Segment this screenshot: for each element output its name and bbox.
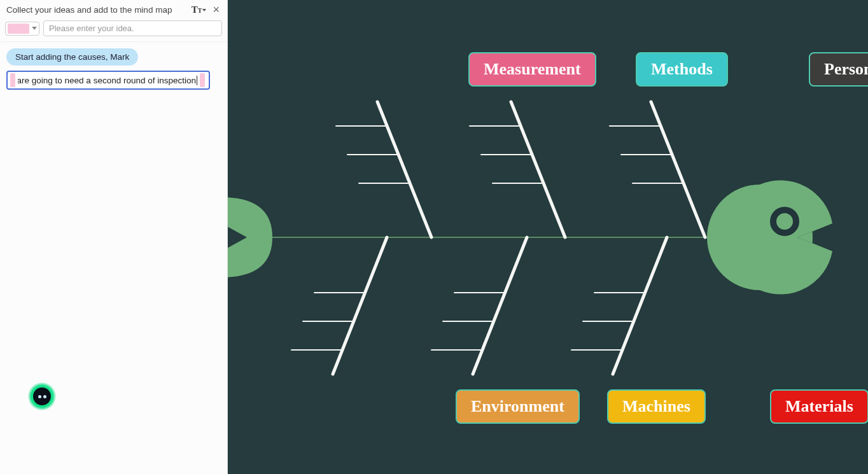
category-measurement[interactable]: Measurement xyxy=(468,52,596,87)
bone-personnel xyxy=(610,102,705,237)
idea-item[interactable]: Start adding the causes, Mark xyxy=(6,48,138,66)
diagram-canvas[interactable]: Measurement Methods Personnel Environmen… xyxy=(228,0,868,474)
svg-line-2 xyxy=(377,102,431,237)
text-style-icon[interactable]: TT xyxy=(192,4,207,15)
idea-input-row xyxy=(0,18,227,42)
category-personnel[interactable]: Personnel xyxy=(809,52,868,87)
idea-input[interactable] xyxy=(43,20,222,36)
sidebar-header: Collect your ideas and add to the mind m… xyxy=(0,0,227,18)
chevron-down-icon xyxy=(32,27,37,30)
sidebar: Collect your ideas and add to the mind m… xyxy=(0,0,228,474)
bone-measurement xyxy=(336,102,431,237)
svg-line-10 xyxy=(651,102,705,237)
fish-tail-icon xyxy=(228,197,272,277)
color-picker[interactable] xyxy=(5,22,39,36)
idea-item-editing[interactable]: nes are going to need a second round of … xyxy=(6,71,210,90)
svg-line-6 xyxy=(511,102,565,237)
assistant-bot-button[interactable] xyxy=(28,382,56,410)
color-swatch-icon xyxy=(8,24,29,34)
color-swatch-icon xyxy=(10,73,15,87)
close-icon[interactable]: × xyxy=(211,4,221,15)
bone-methods xyxy=(470,102,565,237)
idea-edit-text[interactable]: nes are going to need a second round of … xyxy=(18,76,197,85)
svg-line-18 xyxy=(473,237,527,374)
bone-environment xyxy=(291,237,387,374)
fish-head-icon xyxy=(707,180,832,294)
sidebar-title: Collect your ideas and add to the mind m… xyxy=(6,5,186,15)
category-methods[interactable]: Methods xyxy=(636,52,728,87)
ideas-list: Start adding the causes, Mark nes are go… xyxy=(0,42,227,96)
bone-machines xyxy=(431,237,527,374)
svg-line-22 xyxy=(613,237,667,374)
color-swatch-icon xyxy=(200,73,205,87)
svg-line-14 xyxy=(333,237,387,374)
robot-icon xyxy=(33,387,51,405)
bone-materials xyxy=(571,237,667,374)
category-materials[interactable]: Materials xyxy=(770,389,868,424)
category-environment[interactable]: Environment xyxy=(456,389,580,424)
category-machines[interactable]: Machines xyxy=(607,389,706,424)
